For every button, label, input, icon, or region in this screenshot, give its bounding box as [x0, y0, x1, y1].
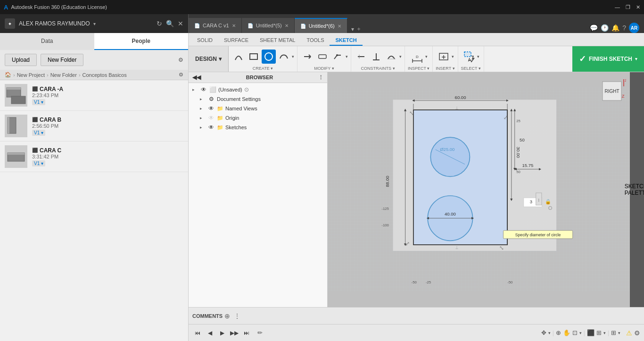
corner-handle-bl[interactable]: ⤡ [404, 241, 411, 246]
breadcrumb-home[interactable]: 🏠 [5, 72, 11, 78]
tab-untitled-5[interactable]: 📄 Untitled*(5) ✕ [242, 18, 295, 33]
account-dropdown-icon[interactable]: ▾ [93, 21, 96, 26]
new-folder-button[interactable]: New Folder [41, 54, 83, 66]
tab-untitled-6[interactable]: 📄 Untitled*(6) ✕ [295, 18, 347, 33]
sketch-circle-tool[interactable] [262, 50, 276, 64]
timeline-next[interactable]: ▶▶ [229, 328, 239, 338]
history-icon[interactable]: 🕐 [601, 24, 609, 32]
canvas-drawing[interactable]: 60.00 50 15.75 30.00 88.00 ⤡ ⤡ [328, 72, 630, 307]
comments-overflow-icon[interactable]: ⋮ [234, 312, 240, 320]
list-item[interactable]: ⬛ CARA -A 2:23:43 PM V1 ▾ [0, 80, 188, 111]
modify-tool-3[interactable] [330, 50, 345, 64]
browser-collapse-icon[interactable]: ◀◀ [192, 74, 201, 81]
title-bar-controls[interactable]: — ❐ ✕ [615, 4, 640, 10]
modify-dropdown-icon[interactable]: ▾ [346, 54, 348, 59]
corner-handle-tr[interactable]: ⤡ [503, 115, 509, 120]
grid-dropdown[interactable]: ▾ [603, 331, 606, 335]
timeline-first[interactable]: ⏮ [192, 328, 203, 338]
breadcrumb-folder[interactable]: New Folder [50, 72, 77, 78]
mode-tab-strip: SOLID SURFACE SHEET METAL TOOLS SKETCH [189, 33, 644, 46]
grid-icon[interactable]: ⊞ [596, 329, 602, 336]
select-tool[interactable] [462, 50, 476, 64]
finish-sketch-dropdown[interactable]: ▾ [635, 57, 637, 61]
constraint-horizontal[interactable] [354, 50, 368, 64]
tab-close-untitled-5[interactable]: ✕ [285, 23, 289, 28]
view-cube[interactable]: RIGHT Z [598, 77, 626, 105]
sketch-spline-tool[interactable] [277, 50, 291, 64]
list-item[interactable]: ⬛ CARA C 3:31:42 PM V1 ▾ [0, 141, 188, 172]
breadcrumb-settings-icon[interactable]: ⚙ [179, 72, 183, 78]
help-icon[interactable]: ? [622, 24, 626, 32]
timeline-play[interactable]: ▶ [217, 328, 227, 338]
close-panel-icon[interactable]: ✕ [178, 20, 183, 27]
account-name[interactable]: ALEX RAMOS RAYMUNDO [19, 20, 90, 27]
inspect-dropdown-icon[interactable]: ▾ [425, 54, 428, 59]
nav-dropdown[interactable]: ▾ [548, 331, 551, 335]
select-dropdown-icon[interactable]: ▾ [477, 54, 479, 59]
tab-solid[interactable]: SOLID [191, 35, 218, 46]
constraint-tangent[interactable] [384, 50, 398, 64]
design-button[interactable]: DESIGN ▾ [189, 46, 229, 72]
tab-close-untitled-6[interactable]: ✕ [338, 24, 341, 29]
inspect-dimension[interactable]: D [410, 50, 424, 64]
timeline-last[interactable]: ⏭ [241, 328, 252, 338]
breadcrumb-current[interactable]: Conceptos Basicos [83, 72, 127, 78]
refresh-icon[interactable]: ↻ [157, 20, 162, 27]
sketch-arc-tool[interactable] [231, 50, 246, 64]
modify-tool-1[interactable] [300, 50, 314, 64]
nav-icon[interactable]: ✥ [541, 329, 546, 336]
tab-people[interactable]: People [94, 33, 189, 50]
tab-surface[interactable]: SURFACE [218, 35, 254, 46]
constraint-perpendicular[interactable] [369, 50, 383, 64]
display-mode-icon[interactable]: ⬛ [587, 329, 594, 336]
bottom-right-controls: ✥ ▾ | ⊕ ✋ ⊡ ▾ | ⬛ ⊞ ▾ | ⊞ ▾ ⚠ ⚙ [541, 329, 640, 337]
user-badge[interactable]: AR [629, 23, 639, 33]
finish-sketch-button[interactable]: ✓ FINISH SKETCH ▾ [572, 46, 644, 72]
comments-add-icon[interactable]: ⊕ [224, 312, 230, 320]
expand-arrow[interactable]: ▸ [192, 87, 198, 92]
browser-item-doc-settings[interactable]: ▸ ⚙ Document Settings [189, 94, 327, 104]
timeline-prev[interactable]: ◀ [205, 328, 215, 338]
corner-handle-br[interactable]: ⤡ [499, 245, 504, 251]
browser-overflow-icon[interactable]: ⋮ [318, 75, 323, 81]
tab-tools[interactable]: TOOLS [301, 35, 330, 46]
search-icon[interactable]: 🔍 [166, 20, 174, 27]
sketch-rect-tool[interactable] [247, 50, 261, 64]
tab-cara-c-v1[interactable]: 📄 CARA C v1 ✕ [189, 18, 242, 33]
create-dropdown-icon[interactable]: ▾ [292, 54, 294, 59]
lock-icon[interactable]: 🔒 [545, 199, 551, 205]
tab-overflow-icon[interactable]: ▾ [351, 26, 354, 33]
new-tab-icon[interactable]: ＋ [356, 25, 362, 33]
upload-button[interactable]: Upload [5, 54, 37, 66]
modify-tool-2[interactable] [315, 50, 330, 64]
zoom-fit-icon[interactable]: ⊡ [572, 329, 578, 336]
insert-tool[interactable] [437, 50, 451, 64]
tab-close-cara-c[interactable]: ✕ [232, 23, 236, 28]
input-value[interactable]: 3 [530, 199, 532, 204]
browser-item-named-views[interactable]: ▸ 👁 📁 Named Views [189, 104, 327, 113]
tab-data[interactable]: Data [0, 33, 94, 50]
maximize-button[interactable]: ❐ [626, 4, 630, 10]
close-button[interactable]: ✕ [636, 4, 640, 10]
browser-item-origin[interactable]: ▸ 👁 📁 Origin [189, 113, 327, 123]
orbit-icon[interactable]: ⊕ [556, 329, 561, 336]
zoom-dropdown[interactable]: ▾ [579, 331, 582, 335]
comment-icon[interactable]: 💬 [590, 24, 598, 32]
panel-settings-icon[interactable]: ⚙ [178, 57, 183, 63]
browser-item-sketches[interactable]: ▸ 👁 📁 Sketches [189, 123, 327, 132]
constraints-dropdown-icon[interactable]: ▾ [399, 54, 402, 59]
minimize-button[interactable]: — [615, 4, 620, 10]
breadcrumb-project[interactable]: New Project [17, 72, 45, 78]
corner-handle-tl[interactable]: ⤡ [409, 110, 414, 116]
list-item[interactable]: ⬛ CARA B 2:56:50 PM V1 ▾ [0, 111, 188, 141]
tab-sketch[interactable]: SKETCH [330, 35, 362, 46]
canvas-area[interactable]: ◀◀ BROWSER ⋮ ▸ 👁 ⬜ (Unsaved) ⊙ ▸ [189, 72, 644, 307]
pan-icon[interactable]: ✋ [563, 329, 570, 336]
settings-bottom-icon[interactable]: ⚙ [634, 329, 640, 337]
tab-sheet-metal[interactable]: SHEET METAL [254, 35, 301, 46]
notification-icon[interactable]: 🔔 [611, 24, 619, 32]
view-options-dropdown[interactable]: ▾ [618, 331, 620, 335]
insert-dropdown-icon[interactable]: ▾ [452, 54, 454, 59]
browser-item-unsaved[interactable]: ▸ 👁 ⬜ (Unsaved) ⊙ [189, 85, 327, 94]
view-options-icon[interactable]: ⊞ [611, 329, 616, 336]
